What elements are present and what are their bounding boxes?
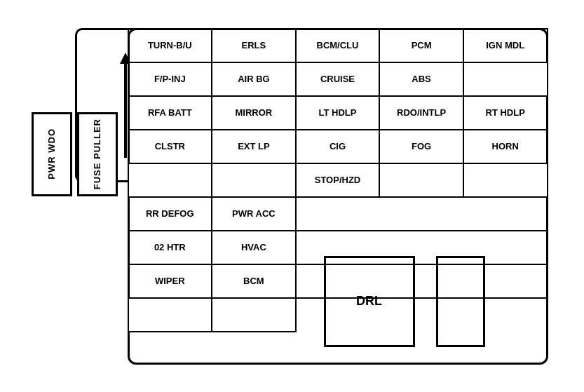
pwr-wdo-box: PWR WDO bbox=[32, 112, 72, 196]
fuse-cell: BCM/CLU bbox=[296, 29, 380, 62]
fuse-cell: PWR ACC bbox=[212, 197, 296, 231]
fuse-cell bbox=[128, 298, 212, 332]
fuse-cell: RFA BATT bbox=[128, 96, 212, 130]
fuse-cell: EXT LP bbox=[212, 130, 296, 163]
drl-box: DRL bbox=[324, 256, 415, 347]
bottom-section: DRL bbox=[257, 245, 552, 358]
fuse-cell: ABS bbox=[379, 62, 463, 96]
fuse-cell bbox=[128, 163, 212, 197]
fuse-puller-label: FUSE PULLER bbox=[92, 119, 102, 189]
fuse-cell: WIPER bbox=[128, 264, 212, 298]
fuse-cell: AIR BG bbox=[212, 62, 296, 96]
fuse-cell bbox=[212, 163, 296, 197]
fuse-puller-box: FUSE PULLER bbox=[77, 112, 118, 196]
fuse-cell: ERLS bbox=[212, 29, 296, 62]
fuse-cell: 02 HTR bbox=[128, 231, 212, 264]
fuse-cell: RT HDLP bbox=[463, 96, 548, 130]
fuse-cell: HORN bbox=[463, 130, 548, 163]
fuse-cell: PCM bbox=[379, 29, 463, 62]
fuse-cell: IGN MDL bbox=[463, 29, 548, 62]
fuse-cell: RR DEFOG bbox=[128, 197, 212, 231]
fuse-cell-merged bbox=[296, 197, 548, 231]
fuse-cell: RDO/INTLP bbox=[379, 96, 463, 130]
pwr-wdo-label: PWR WDO bbox=[46, 128, 57, 180]
fuse-cell: MIRROR bbox=[212, 96, 296, 130]
fuse-cell: CLSTR bbox=[128, 130, 212, 163]
fuse-cell bbox=[463, 62, 548, 96]
fuse-diagram: PWR WDO FUSE PULLER FRONT OF CAR TURN-B/… bbox=[19, 14, 566, 379]
fuse-cell bbox=[379, 163, 463, 197]
fuse-cell: STOP/HZD bbox=[296, 163, 380, 197]
arrow-line bbox=[124, 64, 127, 158]
fuse-cell: TURN-B/U bbox=[128, 29, 212, 62]
fuse-cell: CIG bbox=[296, 130, 380, 163]
fuse-cell: CRUISE bbox=[296, 62, 380, 96]
fuse-cell: F/P-INJ bbox=[128, 62, 212, 96]
drl-label: DRL bbox=[356, 294, 382, 309]
small-box bbox=[436, 256, 485, 347]
fuse-cell: FOG bbox=[379, 130, 463, 163]
fuse-cell: LT HDLP bbox=[296, 96, 380, 130]
fuse-cell bbox=[463, 163, 548, 197]
